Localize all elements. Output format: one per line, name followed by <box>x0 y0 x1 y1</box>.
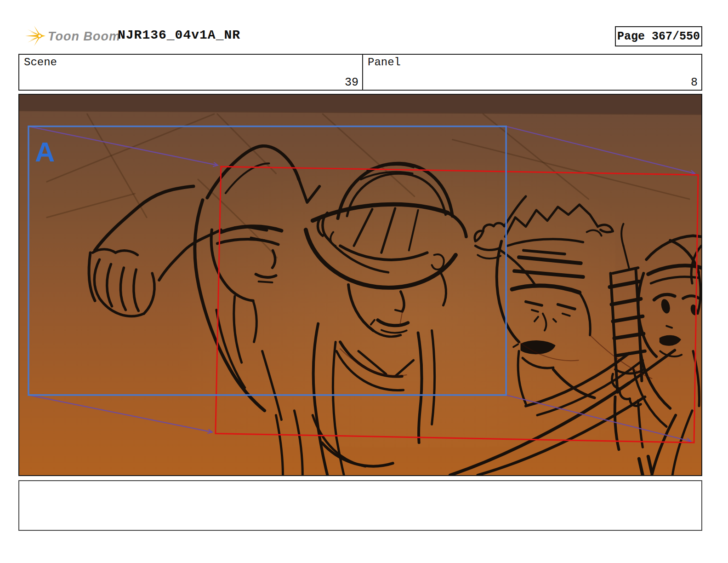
storyboard-export-page: Toon Boom NJR136_04v1A_NR Page 367/550 S… <box>0 0 728 563</box>
scene-value: 39 <box>345 76 358 89</box>
storyboard-panel-image: A <box>18 94 702 476</box>
project-title: NJR136_04v1A_NR <box>118 28 240 42</box>
caption-box <box>18 480 702 531</box>
scene-cell: Scene 39 <box>19 55 363 90</box>
frame-a-label: A <box>35 137 55 167</box>
storyboard-artwork: A <box>19 95 701 475</box>
page-number-box: Page 367/550 <box>615 26 702 46</box>
page-number-label: Page 367/550 <box>617 30 700 43</box>
panel-label: Panel <box>368 56 401 69</box>
brand-name: Toon Boom <box>48 29 120 44</box>
scene-panel-row: Scene 39 Panel 8 <box>18 54 702 91</box>
toon-boom-starburst-icon <box>25 25 46 47</box>
panel-cell: Panel 8 <box>363 55 701 90</box>
scene-label: Scene <box>24 56 57 69</box>
panel-value: 8 <box>691 76 698 89</box>
